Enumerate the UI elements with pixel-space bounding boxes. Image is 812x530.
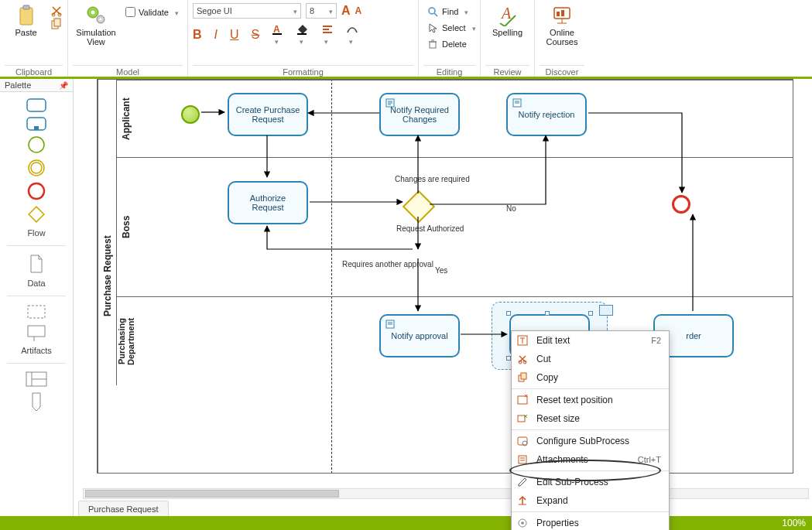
lane-purchasing[interactable]: Purchasing Department Notify approval bbox=[116, 296, 793, 385]
pin-icon[interactable]: 📌 bbox=[59, 81, 68, 90]
chevron-down-icon[interactable] bbox=[172, 8, 179, 17]
svg-point-17 bbox=[429, 8, 435, 14]
palette-data-caption: Data bbox=[27, 279, 45, 288]
task-label: Notify rejection bbox=[519, 110, 575, 119]
chevron-down-icon[interactable] bbox=[461, 7, 468, 16]
strike-button[interactable]: S bbox=[252, 28, 260, 42]
lane-title: Purchasing Department bbox=[116, 297, 135, 385]
palette-subtask-icon[interactable] bbox=[26, 117, 46, 131]
h-scroll-thumb[interactable] bbox=[85, 490, 339, 498]
validate-button[interactable]: Validate bbox=[122, 6, 182, 18]
italic-button[interactable]: I bbox=[214, 28, 218, 42]
palette-task-icon[interactable] bbox=[26, 98, 46, 112]
online-courses-button[interactable]: Online Courses bbox=[540, 3, 584, 48]
lane-applicant[interactable]: Applicant Create Purchase Request Notify… bbox=[116, 80, 793, 157]
validate-checkbox[interactable] bbox=[125, 7, 135, 17]
svg-marker-12 bbox=[298, 25, 307, 34]
find-button[interactable]: Find bbox=[423, 5, 479, 19]
font-size-combo[interactable]: 8 bbox=[306, 3, 337, 19]
ctx-reset-size[interactable]: Reset size bbox=[512, 409, 669, 428]
end-event[interactable] bbox=[672, 195, 690, 214]
ctx-copy[interactable]: Copy bbox=[512, 368, 669, 387]
cut-icon[interactable] bbox=[50, 5, 63, 17]
paste-button[interactable]: Paste bbox=[5, 3, 47, 39]
gateway-decision[interactable] bbox=[403, 190, 435, 223]
find-label: Find bbox=[442, 7, 458, 16]
ctx-properties[interactable]: Properties bbox=[512, 514, 669, 530]
ctx-configure-subprocess[interactable]: Configure SubProcess bbox=[512, 432, 669, 450]
chevron-down-icon[interactable] bbox=[469, 23, 476, 32]
palette-panel: Palette 📌 Flow Data Artifacts bbox=[0, 79, 74, 516]
shrink-font-icon[interactable]: A bbox=[355, 5, 362, 16]
validate-label: Validate bbox=[139, 8, 169, 17]
palette-intermediate-event-icon[interactable] bbox=[27, 159, 46, 177]
font-color-button[interactable]: A bbox=[272, 23, 284, 46]
ctx-label: Attachments bbox=[536, 454, 588, 465]
zoom-level[interactable]: 100% bbox=[782, 518, 806, 528]
palette-title-label: Palette bbox=[5, 80, 31, 90]
ctx-expand[interactable]: Expand bbox=[512, 491, 669, 510]
delete-button[interactable]: Delete bbox=[423, 37, 479, 51]
chevron-down-icon[interactable] bbox=[290, 6, 297, 15]
svg-rect-63 bbox=[521, 373, 526, 379]
task-create-purchase-request[interactable]: Create Purchase Request bbox=[228, 93, 308, 136]
canvas[interactable]: Purchase Request Applicant Create Purcha… bbox=[74, 79, 812, 516]
lane-boss[interactable]: Boss Authorize Request Changes are requi… bbox=[116, 157, 793, 296]
chevron-down-icon[interactable] bbox=[326, 6, 333, 15]
document-tab[interactable]: Purchase Request bbox=[78, 501, 169, 516]
h-scrollbar[interactable] bbox=[83, 488, 809, 499]
svg-rect-68 bbox=[519, 456, 526, 463]
edit-text-icon bbox=[516, 334, 529, 347]
lane-title: Applicant bbox=[116, 80, 135, 157]
ctx-label: Edit Sub-Process bbox=[536, 477, 608, 487]
start-event[interactable] bbox=[181, 105, 200, 124]
bold-button[interactable]: B bbox=[193, 28, 202, 42]
task-notify-rejection[interactable]: Notify rejection bbox=[506, 93, 587, 136]
cut-icon bbox=[516, 353, 529, 365]
context-menu[interactable]: Edit text F2 Cut Copy Reset text positio… bbox=[511, 330, 670, 530]
simulation-view-label: Simulation View bbox=[73, 28, 119, 46]
svg-rect-13 bbox=[297, 33, 307, 35]
ctx-cut[interactable]: Cut bbox=[512, 350, 669, 368]
swimlane-pool[interactable]: Purchase Request Applicant Create Purcha… bbox=[97, 79, 793, 474]
online-courses-label: Online Courses bbox=[540, 28, 584, 46]
copy-icon[interactable] bbox=[50, 18, 63, 30]
simulation-view-button[interactable]: Simulation View bbox=[73, 3, 119, 48]
svg-rect-19 bbox=[430, 42, 436, 48]
spelling-button[interactable]: A Spelling bbox=[485, 3, 529, 39]
palette-group-icon[interactable] bbox=[26, 304, 46, 320]
selection-handle[interactable] bbox=[506, 311, 511, 316]
ctx-attachments[interactable]: Attachments Ctrl+T bbox=[512, 450, 669, 469]
palette-artifacts-caption: Artifacts bbox=[21, 346, 52, 355]
select-button[interactable]: Select bbox=[423, 21, 479, 35]
palette-end-event-icon[interactable] bbox=[27, 182, 46, 200]
task-notify-required-changes[interactable]: Notify Required Changes bbox=[379, 93, 460, 136]
line-style-button[interactable] bbox=[346, 23, 358, 46]
ribbon-group-editing: Find Select Delete Editing bbox=[419, 0, 481, 77]
palette-separator bbox=[7, 245, 65, 246]
trash-icon bbox=[427, 38, 439, 50]
palette-gateway-icon[interactable] bbox=[27, 205, 46, 224]
align-button[interactable] bbox=[321, 23, 334, 46]
palette-annotation-icon[interactable] bbox=[26, 324, 46, 341]
palette-pool-icon[interactable] bbox=[26, 371, 47, 387]
selection-handle[interactable] bbox=[588, 311, 593, 316]
ctx-edit-subprocess[interactable]: Edit Sub-Process bbox=[512, 473, 669, 491]
fill-color-button[interactable] bbox=[296, 23, 309, 46]
task-label: rder bbox=[686, 331, 701, 340]
grow-font-icon[interactable]: A bbox=[341, 4, 351, 18]
font-family-combo[interactable]: Segoe UI bbox=[193, 3, 301, 19]
ctx-label: Properties bbox=[536, 518, 579, 528]
ctx-edit-text[interactable]: Edit text F2 bbox=[512, 331, 669, 350]
palette-data-icon[interactable] bbox=[29, 254, 44, 274]
selection-handle[interactable] bbox=[545, 311, 550, 316]
palette-start-event-icon[interactable] bbox=[27, 135, 46, 154]
svg-rect-36 bbox=[28, 306, 45, 318]
task-notify-approval[interactable]: Notify approval bbox=[379, 314, 460, 357]
ctx-reset-text[interactable]: Reset text position bbox=[512, 391, 669, 409]
palette-lane-icon[interactable] bbox=[29, 392, 43, 412]
svg-point-34 bbox=[29, 183, 44, 199]
task-authorize-request[interactable]: Authorize Request bbox=[228, 181, 308, 224]
task-label: Create Purchase Request bbox=[234, 105, 302, 124]
underline-button[interactable]: U bbox=[230, 28, 239, 42]
